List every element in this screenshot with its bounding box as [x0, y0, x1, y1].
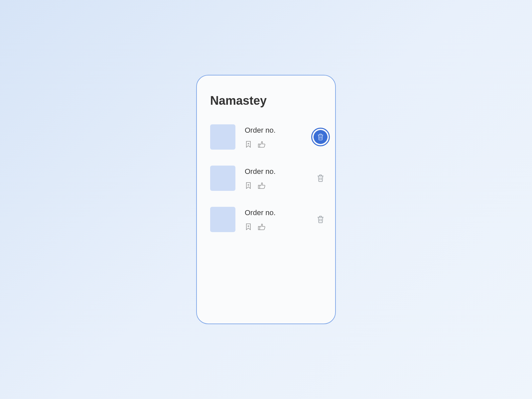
- icon-row: [245, 141, 276, 148]
- like-button[interactable]: [258, 182, 265, 189]
- icon-row: [245, 223, 276, 230]
- delete-highlight-ring: [314, 130, 327, 144]
- delete-button[interactable]: [317, 215, 325, 223]
- order-item[interactable]: Order no.: [210, 124, 322, 150]
- icon-row: [245, 182, 276, 189]
- delete-button[interactable]: [311, 128, 330, 146]
- like-button[interactable]: [258, 223, 265, 230]
- order-content: Order no.: [245, 208, 276, 230]
- thumbs-up-icon: [258, 223, 265, 230]
- bookmark-icon: [246, 223, 251, 230]
- order-label: Order no.: [245, 126, 276, 135]
- bookmark-button[interactable]: [245, 223, 252, 230]
- order-item[interactable]: Order no.: [210, 166, 322, 191]
- trash-icon: [317, 175, 324, 182]
- trash-icon: [318, 134, 324, 140]
- order-list: Order no.: [210, 124, 322, 232]
- bookmark-icon: [246, 141, 251, 148]
- order-thumbnail: [210, 166, 235, 191]
- bookmark-button[interactable]: [245, 141, 252, 148]
- order-label: Order no.: [245, 208, 276, 217]
- order-thumbnail: [210, 124, 235, 150]
- thumbs-up-icon: [258, 141, 265, 148]
- delete-button[interactable]: [317, 174, 325, 182]
- like-button[interactable]: [258, 141, 265, 148]
- page-title: Namastey: [210, 94, 322, 108]
- order-content: Order no.: [245, 167, 276, 189]
- bookmark-icon: [246, 182, 251, 189]
- order-item[interactable]: Order no.: [210, 207, 322, 232]
- thumbs-up-icon: [258, 182, 265, 189]
- order-content: Order no.: [245, 126, 276, 148]
- bookmark-button[interactable]: [245, 182, 252, 189]
- device-frame: Namastey Order no.: [196, 75, 336, 324]
- order-label: Order no.: [245, 167, 276, 176]
- order-thumbnail: [210, 207, 235, 232]
- trash-icon: [317, 216, 324, 223]
